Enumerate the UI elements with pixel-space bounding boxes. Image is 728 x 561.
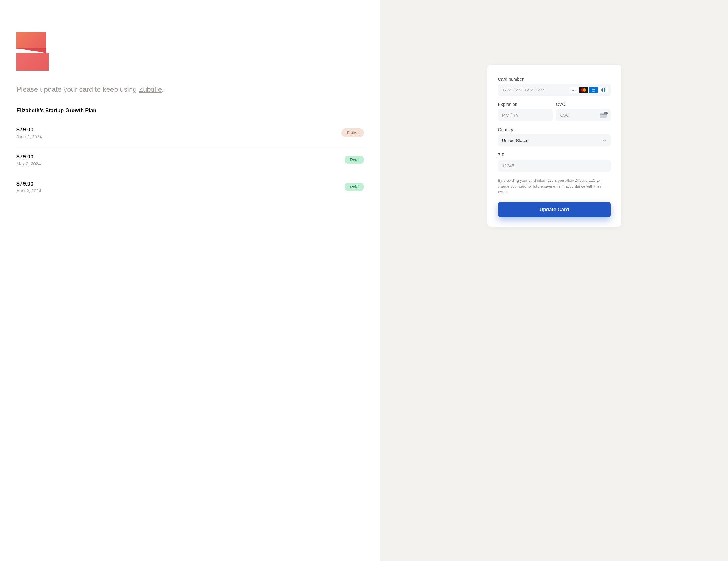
invoice-date: May 2, 2024 <box>16 161 41 166</box>
svg-text:135: 135 <box>605 113 607 114</box>
mastercard-icon <box>579 87 588 93</box>
country-select[interactable]: United States <box>498 134 611 146</box>
right-panel: Card number VISA AMEX Expiration CVC <box>380 0 728 561</box>
disclaimer-text: By providing your card information, you … <box>498 177 611 195</box>
card-brand-icons: VISA AMEX <box>569 87 608 93</box>
update-card-button[interactable]: Update Card <box>498 202 611 217</box>
svg-point-4 <box>583 88 586 92</box>
zip-label: ZIP <box>498 152 611 157</box>
invoice-amount: $79.00 <box>16 180 41 187</box>
plan-name: Elizabeth's Startup Growth Plan <box>16 108 364 114</box>
invoice-row: $79.00June 2, 2024Failed <box>16 119 364 146</box>
svg-text:VISA: VISA <box>571 89 576 92</box>
brand-logo <box>16 32 49 71</box>
headline-suffix: . <box>162 85 164 93</box>
status-badge: Failed <box>341 128 364 137</box>
invoice-amount: $79.00 <box>16 126 42 133</box>
svg-rect-10 <box>603 88 604 92</box>
expiration-input[interactable] <box>498 109 553 121</box>
expiration-label: Expiration <box>498 102 553 107</box>
headline: Please update your card to keep using Zu… <box>16 85 364 93</box>
cvc-card-icon: 135 <box>600 112 608 118</box>
invoice-row: $79.00April 2, 2024Paid <box>16 173 364 200</box>
diners-icon <box>599 87 608 93</box>
status-badge: Paid <box>345 155 364 164</box>
invoice-amount: $79.00 <box>16 153 41 160</box>
card-number-label: Card number <box>498 76 611 81</box>
invoice-date: June 2, 2024 <box>16 134 42 139</box>
country-label: Country <box>498 127 611 132</box>
status-badge: Paid <box>345 182 364 191</box>
amex-icon: AMEX <box>589 87 598 93</box>
invoice-list: $79.00June 2, 2024Failed$79.00May 2, 202… <box>16 119 364 200</box>
brand-link[interactable]: Zubtitle <box>139 85 162 93</box>
cvc-label: CVC <box>556 102 611 107</box>
svg-text:EX: EX <box>592 90 595 92</box>
card-form: Card number VISA AMEX Expiration CVC <box>487 65 621 227</box>
left-panel: Please update your card to keep using Zu… <box>0 0 380 561</box>
invoice-date: April 2, 2024 <box>16 188 41 193</box>
headline-prefix: Please update your card to keep using <box>16 85 139 93</box>
invoice-row: $79.00May 2, 2024Paid <box>16 146 364 173</box>
zip-input[interactable] <box>498 160 611 172</box>
visa-icon: VISA <box>569 87 578 93</box>
